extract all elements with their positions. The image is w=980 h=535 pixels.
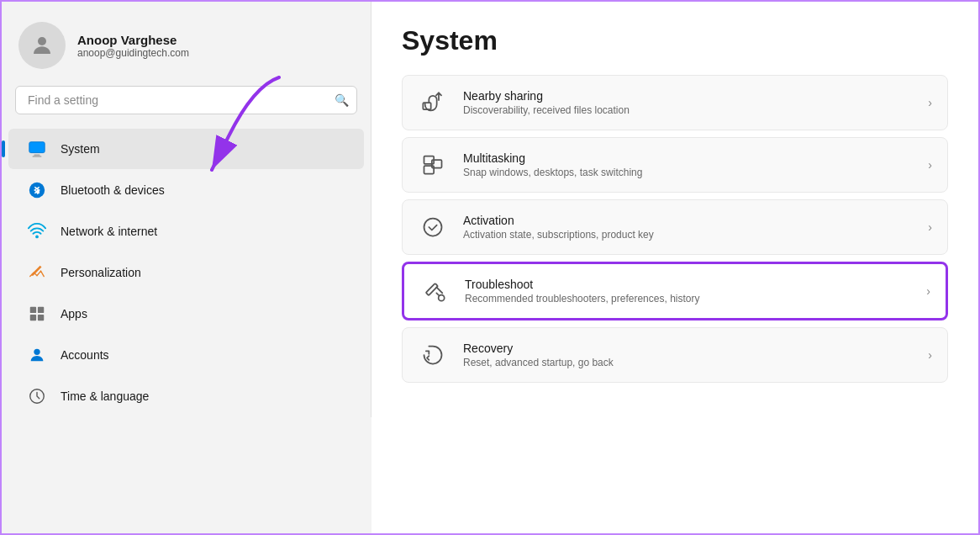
troubleshoot-desc: Recommended troubleshooters, preferences… <box>465 293 911 305</box>
page-title: System <box>402 25 948 56</box>
apps-icon <box>25 302 49 326</box>
multitasking-chevron: › <box>928 158 932 172</box>
avatar <box>18 22 66 69</box>
main-content: System Nearby sharing Discoverability, r… <box>371 2 978 533</box>
user-avatar-icon <box>29 33 55 58</box>
personalization-icon <box>25 261 49 284</box>
user-profile: Anoop Varghese anoop@guidingtech.com <box>2 2 371 86</box>
search-box[interactable]: 🔍 <box>15 86 357 114</box>
activation-desc: Activation state, subscriptions, product… <box>463 229 913 241</box>
nav-list: System ⬧ Bluetooth & devices <box>2 128 371 417</box>
svg-point-0 <box>38 37 46 45</box>
svg-rect-10 <box>38 315 44 320</box>
sidebar-item-accounts[interactable]: Accounts <box>8 335 364 375</box>
sidebar-item-system[interactable]: System <box>8 129 364 169</box>
activation-icon <box>418 212 448 242</box>
sidebar-item-apps-label: Apps <box>61 307 87 320</box>
settings-list: Nearby sharing Discoverability, received… <box>402 75 948 383</box>
nearby-sharing-chevron: › <box>928 96 932 109</box>
network-icon <box>25 220 49 243</box>
nearby-sharing-desc: Discoverability, received files location <box>463 104 913 116</box>
multitasking-text: Multitasking Snap windows, desktops, tas… <box>463 151 913 178</box>
sidebar-item-personalization[interactable]: Personalization <box>8 252 364 293</box>
sidebar-item-system-label: System <box>61 142 100 156</box>
system-icon <box>25 137 49 161</box>
multitasking-desc: Snap windows, desktops, task switching <box>463 167 913 178</box>
search-input[interactable] <box>15 86 357 114</box>
accounts-icon <box>25 343 49 367</box>
recovery-desc: Reset, advanced startup, go back <box>463 357 913 368</box>
user-info: Anoop Varghese anoop@guidingtech.com <box>77 33 189 59</box>
user-email: anoop@guidingtech.com <box>77 47 189 59</box>
nearby-sharing-icon <box>418 87 448 118</box>
multitasking-title: Multitasking <box>463 151 913 165</box>
activation-chevron: › <box>928 220 932 234</box>
troubleshoot-text: Troubleshoot Recommended troubleshooters… <box>465 278 911 305</box>
nearby-sharing-title: Nearby sharing <box>463 89 913 103</box>
recovery-text: Recovery Reset, advanced startup, go bac… <box>463 342 913 368</box>
svg-rect-8 <box>38 307 44 313</box>
sidebar-item-bluetooth-label: Bluetooth & devices <box>61 183 165 197</box>
bluetooth-icon: ⬧ <box>25 178 49 202</box>
nearby-sharing-text: Nearby sharing Discoverability, received… <box>463 89 913 116</box>
activation-title: Activation <box>463 214 913 227</box>
recovery-icon <box>418 340 448 370</box>
svg-rect-2 <box>34 154 40 156</box>
troubleshoot-chevron: › <box>926 284 930 298</box>
activation-text: Activation Activation state, subscriptio… <box>463 214 913 241</box>
sidebar-item-apps[interactable]: Apps <box>8 294 364 334</box>
svg-rect-7 <box>30 307 36 313</box>
svg-point-18 <box>424 219 442 236</box>
sidebar-item-bluetooth[interactable]: ⬧ Bluetooth & devices <box>8 170 364 210</box>
sidebar-item-accounts-label: Accounts <box>61 348 109 362</box>
troubleshoot-title: Troubleshoot <box>465 278 911 291</box>
time-icon <box>25 384 49 408</box>
user-name: Anoop Varghese <box>77 33 189 47</box>
svg-rect-3 <box>33 156 42 156</box>
troubleshoot-icon <box>419 276 450 306</box>
recovery-title: Recovery <box>463 342 913 355</box>
multitasking-icon <box>418 150 448 180</box>
sidebar-item-network-label: Network & internet <box>61 225 157 238</box>
svg-rect-9 <box>30 315 36 320</box>
sidebar-item-time-label: Time & language <box>61 389 149 403</box>
settings-item-nearby-sharing[interactable]: Nearby sharing Discoverability, received… <box>402 75 948 130</box>
sidebar-item-time[interactable]: Time & language <box>8 376 364 416</box>
svg-point-11 <box>34 349 40 355</box>
settings-item-activation[interactable]: Activation Activation state, subscriptio… <box>402 199 948 255</box>
settings-item-recovery[interactable]: Recovery Reset, advanced startup, go bac… <box>402 327 948 383</box>
sidebar-item-personalization-label: Personalization <box>61 266 141 279</box>
svg-point-6 <box>35 236 39 239</box>
settings-item-troubleshoot[interactable]: Troubleshoot Recommended troubleshooters… <box>402 262 948 320</box>
sidebar-item-network[interactable]: Network & internet <box>8 211 364 252</box>
recovery-chevron: › <box>928 348 932 362</box>
svg-rect-1 <box>29 142 45 153</box>
settings-item-multitasking[interactable]: Multitasking Snap windows, desktops, tas… <box>402 137 948 193</box>
